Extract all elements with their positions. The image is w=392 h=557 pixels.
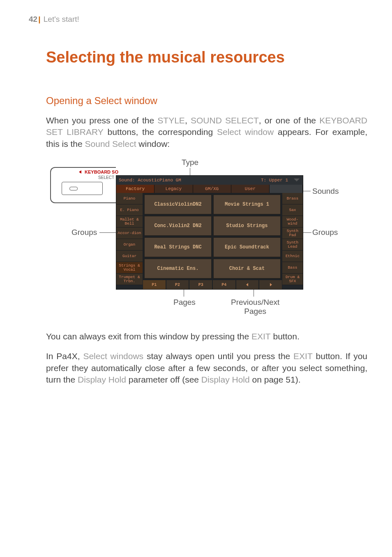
group-drum-sfx[interactable]: Drum & SFX: [282, 274, 303, 285]
sound-item[interactable]: Cinematic Ens.: [144, 259, 212, 278]
group-synth-pad[interactable]: Synth Pad: [282, 227, 303, 239]
group-column-left: Piano E. Piano Mallet & Bell Accor-dion …: [116, 193, 143, 289]
sound-item[interactable]: Epic Soundtrack: [213, 237, 281, 257]
page-title: Selecting the musical resources: [46, 49, 367, 66]
group-synth-lead[interactable]: Synth Lead: [282, 239, 303, 251]
page-tab-p4[interactable]: P4: [213, 280, 235, 289]
sound-item[interactable]: Real Strings DNC: [144, 237, 212, 257]
section-title: Let's start!: [44, 15, 79, 23]
group-bass[interactable]: Bass: [282, 262, 303, 274]
current-track-label: T: Upper 1: [261, 178, 291, 183]
button-outline-icon: [62, 182, 103, 195]
group-mallet-bell[interactable]: Mallet & Bell: [116, 216, 143, 227]
annotation-pages: Pages: [173, 298, 196, 307]
group-guitar[interactable]: Guitar: [116, 251, 143, 262]
group-woodwind[interactable]: Wood-wind: [282, 216, 303, 227]
sound-select-screen: Sound: AcousticPiano GM T: Upper 1 Facto…: [116, 175, 303, 290]
sound-item[interactable]: Conc.Violin2 DN2: [144, 216, 212, 236]
group-brass[interactable]: Brass: [282, 193, 303, 204]
type-tab-user[interactable]: User: [231, 185, 270, 193]
annotation-sounds: Sounds: [312, 187, 339, 196]
section-heading: Opening a Select window: [46, 95, 367, 107]
menu-dropdown-button[interactable]: [291, 178, 303, 183]
triangle-down-icon: [294, 179, 300, 181]
sound-item[interactable]: Choir & Scat: [213, 259, 281, 278]
figure-sound-select: Type Sounds Groups Groups Pages Previous…: [46, 158, 367, 323]
current-sound-label: Sound: AcousticPiano GM: [116, 178, 261, 183]
group-accordion[interactable]: Accor-dion: [116, 227, 143, 239]
page-next-button[interactable]: [259, 280, 282, 289]
paragraph-1: When you press one of the STYLE, SOUND S…: [46, 115, 367, 150]
page-number: 42: [29, 15, 37, 23]
svg-marker-0: [246, 283, 248, 286]
page-tab-p1[interactable]: P1: [143, 280, 166, 289]
annotation-groups-right: Groups: [312, 228, 338, 237]
triangle-right-icon: [269, 283, 273, 287]
group-piano[interactable]: Piano: [116, 193, 143, 204]
screen-titlebar: Sound: AcousticPiano GM T: Upper 1: [116, 176, 303, 185]
paragraph-3: In Pa4X, Select windows stay always open…: [46, 350, 367, 385]
sound-item[interactable]: Studio Strings: [213, 216, 281, 236]
header-divider: |: [38, 15, 40, 23]
group-organ[interactable]: Organ: [116, 239, 143, 251]
group-sax[interactable]: Sax: [282, 204, 303, 216]
page-header: 42| Let's start!: [29, 15, 367, 24]
page-tab-p3[interactable]: P3: [189, 280, 212, 289]
group-column-right: Brass Sax Wood-wind Synth Pad Synth Lead…: [282, 193, 303, 289]
type-tabs: Factory Legacy GM/XG User: [116, 185, 303, 193]
triangle-left-icon: [79, 170, 81, 174]
annotation-type: Type: [182, 158, 198, 167]
sound-item[interactable]: ClassicViolinDN2: [144, 195, 212, 214]
group-trumpet-trbn[interactable]: Trumpet & Trbn.: [116, 274, 143, 285]
sound-item[interactable]: Movie Strings 1: [213, 195, 281, 214]
type-tab-factory[interactable]: Factory: [116, 185, 154, 193]
triangle-left-icon: [245, 283, 249, 287]
page-prev-button[interactable]: [236, 280, 259, 289]
group-strings-vocal[interactable]: Strings & Vocal: [116, 262, 143, 274]
type-tab-gmxg[interactable]: GM/XG: [193, 185, 231, 193]
sounds-grid: ClassicViolinDN2 Movie Strings 1 Conc.Vi…: [143, 193, 282, 280]
page-tab-p2[interactable]: P2: [166, 280, 189, 289]
annotation-prevnext: Previous/Next Pages: [231, 298, 279, 316]
svg-marker-1: [270, 283, 272, 286]
paragraph-2: You can always exit from this window by …: [46, 331, 367, 342]
page-tabs: P1 P2 P3 P4: [143, 280, 282, 289]
type-tab-blank: [270, 185, 303, 193]
group-epiano[interactable]: E. Piano: [116, 204, 143, 216]
annotation-groups-left: Groups: [71, 228, 97, 237]
group-ethnic[interactable]: Ethnic: [282, 251, 303, 262]
type-tab-legacy[interactable]: Legacy: [154, 185, 193, 193]
hardware-keyboard-select-button: KEYBOARD SO SELECT: [50, 167, 116, 203]
